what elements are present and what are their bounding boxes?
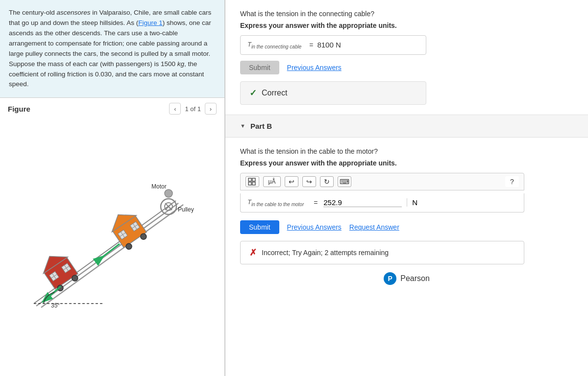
part-b-section: What is the tension in the cable to the … [225,138,588,303]
part-a-section: What is the tension in the connecting ca… [225,0,588,115]
figure-title: Figure [8,105,30,113]
part-a-question: What is the tension in the connecting ca… [240,10,573,18]
part-a-express: Express your answer with the appropriate… [240,22,573,29]
figure-section: Figure ‹ 1 of 1 › [0,98,224,376]
matrix-icon[interactable] [245,176,259,187]
correct-banner: ✓ Correct [240,81,426,105]
part-a-prev-answers-link[interactable]: Previous Answers [287,64,342,71]
part-b-answer-box: Tin the cable to the motor = [240,193,524,212]
part-b-subscript: in the cable to the motor [251,201,304,207]
motor-label: Motor [151,183,167,190]
incorrect-banner: ✗ Incorrect; Try Again; 2 attempts remai… [240,241,524,264]
svg-rect-31 [248,178,251,181]
part-a-action-row: Submit Previous Answers [240,61,573,74]
svg-line-1 [36,203,178,306]
part-a-subscript: in the connecting cable [251,44,301,49]
micro-symbol-icon[interactable]: μÅ [263,176,281,187]
svg-rect-34 [252,182,255,185]
ascensores-italic: ascensores [57,9,91,16]
figure-nav: ‹ 1 of 1 › [169,103,217,115]
next-figure-button[interactable]: › [205,103,217,115]
part-b-submit-button[interactable]: Submit [240,220,279,234]
part-a-answer-box: Tin the connecting cable = 8100 N [240,35,426,55]
redo-icon[interactable]: ↪ [302,176,316,187]
svg-rect-33 [248,182,251,185]
part-a-answer-value: 8100 N [317,41,341,49]
figure1-link[interactable]: Figure 1 [138,19,163,26]
figure-canvas: Pulley Motor 35° [8,118,217,371]
x-mark-icon: ✗ [249,247,257,258]
pearson-logo-icon: P [384,272,396,285]
svg-line-2 [41,205,183,307]
pearson-label: Pearson [400,274,430,283]
part-b-value-input[interactable] [323,198,402,207]
angle-label: 35° [51,302,60,309]
prev-figure-button[interactable]: ‹ [169,103,181,115]
part-b-question: What is the tension in the cable to the … [240,147,573,155]
figure-nav-label: 1 of 1 [185,105,201,113]
part-b-equals: = [312,199,319,207]
part-a-answer-label: Tin the connecting cable [247,41,301,49]
input-toolbar: μÅ ↩ ↪ ↻ ⌨ ? [240,173,524,190]
problem-text-box: The century-old ascensores in Valparaiso… [0,0,224,98]
right-panel: What is the tension in the connecting ca… [225,0,588,376]
keyboard-icon[interactable]: ⌨ [338,176,351,187]
part-b-express: Express your answer with the appropriate… [240,159,573,167]
part-a-equals: = [309,41,313,49]
svg-rect-32 [252,178,255,181]
svg-point-29 [165,189,172,197]
part-b-prev-answers-link[interactable]: Previous Answers [287,223,342,231]
part-b-header[interactable]: ▼ Part B [225,115,588,138]
undo-icon[interactable]: ↩ [285,176,298,187]
part-b-triangle-icon: ▼ [240,123,245,129]
part-a-submit-button[interactable]: Submit [240,61,279,74]
request-answer-link[interactable]: Request Answer [349,223,399,231]
part-b-answer-label: Tin the cable to the motor [247,198,304,207]
input-container: μÅ ↩ ↪ ↻ ⌨ ? Tin the cable to the motor … [240,173,524,212]
part-b-title: Part B [250,122,272,130]
left-panel: The century-old ascensores in Valparaiso… [0,0,225,376]
checkmark-icon: ✓ [249,88,257,98]
pulley-label: Pulley [178,206,194,213]
help-icon[interactable]: ? [505,176,519,187]
pearson-footer: P Pearson [240,264,573,293]
incorrect-text: Incorrect; Try Again; 2 attempts remaini… [262,249,389,257]
problem-text-static: The century-old ascensores in Valparaiso… [9,9,211,88]
part-b-action-row: Submit Previous Answers Request Answer [240,220,573,234]
figure-svg: Pulley Motor 35° [24,171,200,318]
correct-text: Correct [262,89,287,97]
refresh-icon[interactable]: ↻ [320,176,334,187]
figure-header: Figure ‹ 1 of 1 › [8,103,217,115]
svg-line-24 [102,244,120,257]
part-b-unit-input[interactable] [407,198,446,207]
